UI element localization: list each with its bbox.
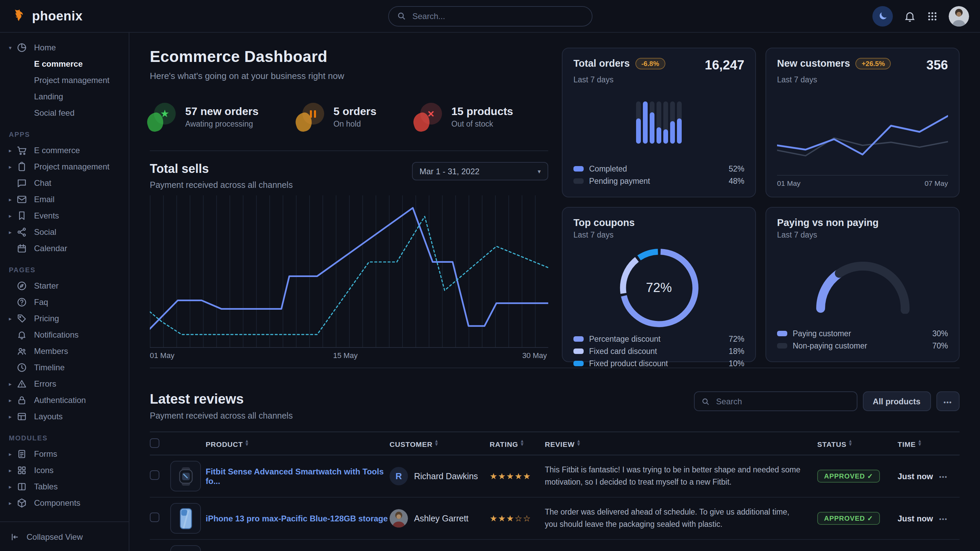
customer-avatar: R xyxy=(390,467,408,485)
order-bar xyxy=(657,102,662,144)
row-menu-button[interactable] xyxy=(939,472,948,481)
x-tick: 07 May xyxy=(924,179,948,187)
sidebar-item-starter[interactable]: Starter xyxy=(0,278,129,294)
reviews-search-input[interactable] xyxy=(715,396,850,407)
date-range-select[interactable]: Mar 1 - 31, 2022 ▾ xyxy=(412,162,548,180)
review-time: Just now xyxy=(897,472,933,481)
collapse-sidebar-button[interactable]: Collapsed View xyxy=(0,521,129,551)
sidebar-item-events[interactable]: ▸Events xyxy=(0,208,129,224)
x-tick: 15 May xyxy=(333,351,358,359)
star-status-icon: ★ xyxy=(150,102,177,131)
reviews-controls: All products xyxy=(694,391,959,411)
sidebar-item-pricing[interactable]: ▸Pricing xyxy=(0,310,129,327)
sidebar-item-timeline[interactable]: Timeline xyxy=(0,359,129,376)
sidebar-subitem-social-feed[interactable]: Social feed xyxy=(0,105,129,121)
notifications-button[interactable] xyxy=(904,10,916,22)
sidebar-item-label: Tables xyxy=(34,482,57,491)
sidebar-item-components[interactable]: ▸Components xyxy=(0,495,129,511)
apps-menu-button[interactable] xyxy=(927,11,938,21)
row-checkbox[interactable] xyxy=(150,513,159,522)
sidebar-item-faq[interactable]: Faq xyxy=(0,294,129,310)
reviews-more-button[interactable] xyxy=(936,391,959,411)
status-badge: APPROVED ✓ xyxy=(817,470,880,483)
dark-mode-toggle[interactable] xyxy=(872,6,893,26)
user-avatar[interactable] xyxy=(949,6,969,26)
card-subtitle: Last 7 days xyxy=(777,76,948,84)
sidebar-nav: ▾HomeE commerceProject managementLanding… xyxy=(0,33,129,521)
sidebar-item-e-commerce[interactable]: ▸E commerce xyxy=(0,142,129,159)
column-header-status[interactable]: STATUS▴▾ xyxy=(817,432,897,455)
legend-item: Paying customer30% xyxy=(777,327,948,340)
more-options-icon xyxy=(943,397,952,406)
reviews-search[interactable] xyxy=(694,391,857,411)
sidebar-item-calendar[interactable]: Calendar xyxy=(0,240,129,257)
sidebar-item-social[interactable]: ▸Social xyxy=(0,224,129,240)
sidebar-item-forms[interactable]: ▸Forms xyxy=(0,446,129,462)
sidebar-item-tables[interactable]: ▸Tables xyxy=(0,478,129,495)
column-header-customer[interactable]: CUSTOMER▴▾ xyxy=(390,432,490,455)
sidebar-item-email[interactable]: ▸Email xyxy=(0,191,129,208)
sort-icon: ▴▾ xyxy=(918,439,921,446)
pause-status-icon xyxy=(298,102,325,131)
bell-icon xyxy=(904,10,916,22)
sidebar-item-label: Pricing xyxy=(34,314,59,323)
product-link[interactable]: iPhone 13 pro max-Pacific Blue-128GB sto… xyxy=(206,514,388,523)
sidebar-item-authentication[interactable]: ▸Authentication xyxy=(0,392,129,408)
sidebar-item-project-management[interactable]: ▸Project management xyxy=(0,159,129,175)
sidebar-subitem-project-management[interactable]: Project management xyxy=(0,72,129,89)
global-search-input[interactable] xyxy=(411,11,583,21)
sidebar-item-icons[interactable]: ▸Icons xyxy=(0,462,129,478)
card-value: 356 xyxy=(926,58,948,73)
stat-value: 15 products xyxy=(452,105,513,118)
legend-swatch xyxy=(777,331,787,336)
row-menu-button[interactable] xyxy=(939,514,948,523)
column-label: STATUS xyxy=(817,440,846,448)
global-search[interactable] xyxy=(388,6,592,26)
column-header-review[interactable]: REVIEW▴▾ xyxy=(545,432,817,455)
sidebar-subitem-e-commerce[interactable]: E commerce xyxy=(0,56,129,72)
legend-value: 30% xyxy=(932,329,948,338)
new-customers-chart xyxy=(777,102,948,170)
page-title: Ecommerce Dashboard xyxy=(150,48,548,66)
icons-icon xyxy=(16,465,28,476)
product-link[interactable]: Fitbit Sense Advanced Smartwatch with To… xyxy=(206,467,384,486)
top-coupons-card: Top coupons Last 7 days 72% Percentage d… xyxy=(562,207,756,362)
all-products-button[interactable]: All products xyxy=(862,391,931,411)
select-all-checkbox[interactable] xyxy=(150,438,159,448)
sort-icon: ▴▾ xyxy=(849,439,852,446)
sidebar-item-notifications[interactable]: Notifications xyxy=(0,327,129,343)
sidebar-item-home[interactable]: ▾Home xyxy=(0,40,129,56)
sidebar-item-members[interactable]: Members xyxy=(0,343,129,359)
compass-icon xyxy=(16,280,28,292)
column-header-rating[interactable]: RATING▴▾ xyxy=(490,432,545,455)
brand[interactable]: phoenix xyxy=(11,8,129,24)
sidebar-section-label: PAGES xyxy=(0,257,129,278)
customer-cell: Ashley Garrett xyxy=(390,509,490,527)
legend-label: Paying customer xyxy=(793,329,851,338)
sidebar-section-label: MODULES xyxy=(0,425,129,446)
column-header-time[interactable]: TIME▴▾ xyxy=(897,432,939,455)
legend-swatch xyxy=(573,348,584,354)
box-icon xyxy=(16,497,28,509)
sidebar-subitem-landing[interactable]: Landing xyxy=(0,89,129,105)
sort-icon: ▴▾ xyxy=(521,439,524,446)
sidebar-item-chat[interactable]: Chat xyxy=(0,175,129,191)
customer-avatar xyxy=(390,509,408,527)
reviews-table: PRODUCT▴▾CUSTOMER▴▾RATING▴▾REVIEW▴▾STATU… xyxy=(150,432,959,551)
sidebar-item-layouts[interactable]: ▸Layouts xyxy=(0,408,129,425)
column-header-product[interactable]: PRODUCT▴▾ xyxy=(206,432,390,455)
column-label: RATING xyxy=(490,440,518,448)
card-title: Top coupons xyxy=(573,217,745,228)
sidebar-item-label: Calendar xyxy=(34,244,67,253)
cart-icon xyxy=(16,144,28,156)
row-checkbox[interactable] xyxy=(150,470,159,480)
moon-icon xyxy=(878,11,888,21)
pie-chart-icon xyxy=(16,42,28,54)
bookmark-icon xyxy=(16,210,28,222)
customer-cell: RRichard Dawkins xyxy=(390,467,490,485)
sidebar-item-errors[interactable]: ▸Errors xyxy=(0,376,129,392)
paying-legend: Paying customer30%Non-paying customer70% xyxy=(777,327,948,352)
card-title: Total orders xyxy=(573,58,630,69)
star-rating: ★★★★★ xyxy=(490,472,531,481)
x-tick: 01 May xyxy=(777,179,800,187)
